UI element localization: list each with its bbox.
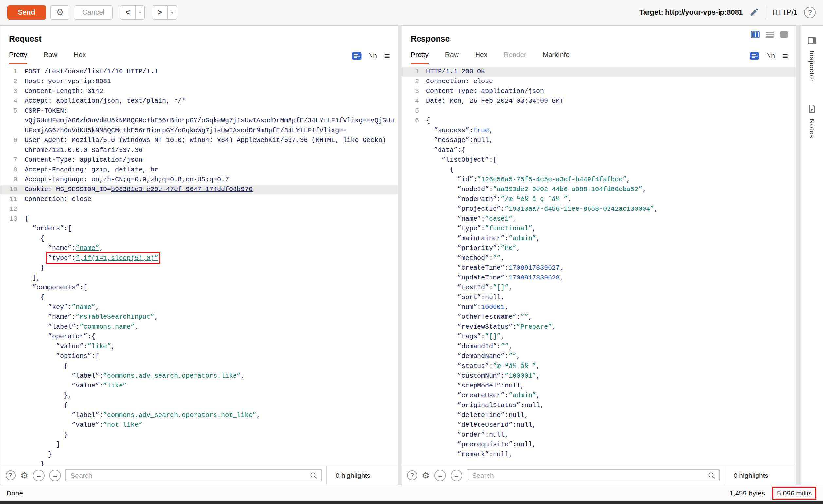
main-split: Request Pretty Raw Hex \n ≡ 1POST /test/… bbox=[0, 25, 823, 485]
newline-toggle-icon[interactable]: \n bbox=[369, 52, 377, 60]
code-line: ”createUser”:”admin”, bbox=[402, 391, 796, 401]
code-line: ”listObject”:[ bbox=[402, 155, 796, 165]
cancel-button[interactable]: Cancel bbox=[74, 5, 113, 20]
inspector-icon bbox=[808, 37, 816, 46]
editor-menu-icon[interactable]: ≡ bbox=[384, 51, 390, 61]
response-bytes: 1,459 bytes bbox=[729, 489, 765, 497]
tab-request-hex[interactable]: Hex bbox=[74, 51, 86, 64]
code-line: ”num”:100001, bbox=[402, 302, 796, 312]
inspector-label: Inspector bbox=[808, 50, 816, 81]
layout-columns-icon[interactable] bbox=[751, 31, 760, 38]
code-line: { bbox=[402, 165, 796, 175]
toolbar-separator bbox=[766, 6, 766, 19]
code-line: 4Accept: application/json, text/plain, *… bbox=[0, 96, 398, 106]
toolbar: Send ⚙ Cancel < ▾ > ▾ Target: http://you… bbox=[0, 0, 823, 25]
side-rail: Inspector Notes bbox=[801, 25, 823, 485]
history-back-button[interactable]: < bbox=[120, 5, 136, 20]
code-line: ”createTime”:1708917839627, bbox=[402, 263, 796, 273]
code-line: 7Content-Type: application/json bbox=[0, 155, 398, 165]
history-forward-group: > ▾ bbox=[152, 5, 177, 20]
sidebar-item-inspector[interactable]: Inspector bbox=[808, 37, 816, 81]
tab-response-pretty[interactable]: Pretty bbox=[411, 51, 429, 64]
status-bar: Done 1,459 bytes 5,096 millis bbox=[0, 485, 823, 501]
search-next-button[interactable]: → bbox=[49, 470, 61, 481]
code-line: } bbox=[0, 430, 398, 440]
sidebar-item-notes[interactable]: Notes bbox=[808, 104, 816, 139]
code-line: ”label”:”commons.adv_search.operators.li… bbox=[0, 371, 398, 381]
search-input[interactable] bbox=[467, 469, 719, 481]
code-line: { bbox=[0, 361, 398, 371]
history-forward-button[interactable]: > bbox=[152, 5, 168, 20]
newline-toggle-icon[interactable]: \n bbox=[767, 52, 775, 60]
tab-response-render[interactable]: Render bbox=[504, 51, 526, 64]
pretty-print-icon[interactable] bbox=[750, 52, 760, 60]
code-line: ”status”:”æ ªå¼ å§ ”, bbox=[402, 361, 796, 371]
history-back-group: < ▾ bbox=[120, 5, 145, 20]
code-line: ”value”:”not like” bbox=[0, 420, 398, 430]
code-line: vQjGUuUFemjAG6zhOuVdKU5kNM8QCMc+bE56rBio… bbox=[0, 116, 398, 126]
chevron-down-icon: ▾ bbox=[171, 10, 173, 15]
code-line: ”orders”:[ bbox=[0, 224, 398, 234]
tab-response-raw[interactable]: Raw bbox=[445, 51, 459, 64]
code-line: ], bbox=[0, 273, 398, 283]
code-line: } bbox=[0, 460, 398, 466]
response-viewer[interactable]: 1HTTP/1.1 200 OK2Connection: close3Conte… bbox=[402, 64, 796, 466]
send-button[interactable]: Send bbox=[7, 5, 46, 20]
code-line: ”id”:”126e56a5-75f5-4c5e-a3ef-b449f4fafb… bbox=[402, 175, 796, 185]
bottom-strip bbox=[0, 501, 823, 504]
code-line: ”order”:null, bbox=[402, 430, 796, 440]
code-line: 12 bbox=[0, 204, 398, 214]
code-line: 2Connection: close bbox=[402, 76, 796, 86]
code-line: ”reviewStatus”:”Prepare”, bbox=[402, 322, 796, 332]
search-help-icon[interactable]: ? bbox=[6, 470, 16, 480]
repeater-window: Send ⚙ Cancel < ▾ > ▾ Target: http://you… bbox=[0, 0, 823, 504]
search-input[interactable] bbox=[65, 469, 322, 481]
request-editor[interactable]: 1POST /test/case/list/1/10 HTTP/1.12Host… bbox=[0, 64, 398, 466]
code-line: 1POST /test/case/list/1/10 HTTP/1.1 bbox=[0, 67, 398, 76]
rail-divider bbox=[796, 25, 801, 485]
code-line: ] bbox=[0, 440, 398, 450]
tab-request-raw[interactable]: Raw bbox=[43, 51, 57, 64]
code-line: ”key”:”name”, bbox=[0, 302, 398, 312]
search-prev-button[interactable]: ← bbox=[434, 470, 446, 481]
search-settings-icon[interactable]: ⚙ bbox=[422, 470, 430, 481]
layout-single-icon[interactable] bbox=[780, 31, 789, 38]
code-line: ”name”:”MsTableSearchInput”, bbox=[0, 312, 398, 322]
editor-menu-icon[interactable]: ≡ bbox=[782, 51, 788, 61]
code-line: ”deleteTime”:null, bbox=[402, 411, 796, 420]
code-line: ”remark”:null, bbox=[402, 450, 796, 460]
code-line: ”nodeId”:”aa393de2-9e02-44b6-a088-104fd8… bbox=[402, 185, 796, 194]
tab-response-markinfo[interactable]: MarkInfo bbox=[543, 51, 569, 64]
notes-icon bbox=[808, 104, 816, 114]
search-settings-icon[interactable]: ⚙ bbox=[20, 470, 28, 481]
code-line: ”type”:”,if(1=1,sleep(5),0)” bbox=[0, 253, 398, 263]
search-help-icon[interactable]: ? bbox=[407, 470, 417, 480]
code-line: ”options”:[ bbox=[0, 351, 398, 361]
code-line: ”otherTestName”:””, bbox=[402, 312, 796, 322]
highlight-count: 0 highlights bbox=[326, 466, 379, 485]
code-line: } bbox=[0, 263, 398, 273]
target-display: Target: http://your-vps-ip:8081 bbox=[639, 8, 743, 17]
response-tabs: Pretty Raw Hex Render MarkInfo \n ≡ bbox=[402, 43, 796, 64]
tab-response-hex[interactable]: Hex bbox=[475, 51, 487, 64]
layout-toggle-group bbox=[751, 31, 789, 38]
target-label: Target: bbox=[639, 8, 663, 16]
response-panel-title: Response bbox=[402, 25, 796, 43]
help-icon[interactable]: ? bbox=[804, 7, 816, 18]
search-next-button[interactable]: → bbox=[451, 470, 462, 481]
http-version-label[interactable]: HTTP/1 bbox=[773, 8, 798, 17]
search-prev-button[interactable]: ← bbox=[33, 470, 44, 481]
code-line: 5 bbox=[402, 106, 796, 116]
layout-rows-icon[interactable] bbox=[765, 31, 774, 38]
code-line: ”components”:[ bbox=[0, 283, 398, 293]
history-forward-dropdown[interactable]: ▾ bbox=[168, 5, 177, 20]
tab-request-pretty[interactable]: Pretty bbox=[9, 51, 27, 64]
panel-divider[interactable] bbox=[398, 25, 401, 485]
history-back-dropdown[interactable]: ▾ bbox=[136, 5, 145, 20]
code-line: { bbox=[0, 234, 398, 244]
code-line: 1HTTP/1.1 200 OK bbox=[402, 67, 796, 76]
pretty-print-icon[interactable] bbox=[352, 52, 361, 60]
edit-target-button[interactable] bbox=[749, 7, 759, 18]
code-line: 6{ bbox=[402, 116, 796, 126]
send-settings-button[interactable]: ⚙ bbox=[50, 5, 69, 20]
